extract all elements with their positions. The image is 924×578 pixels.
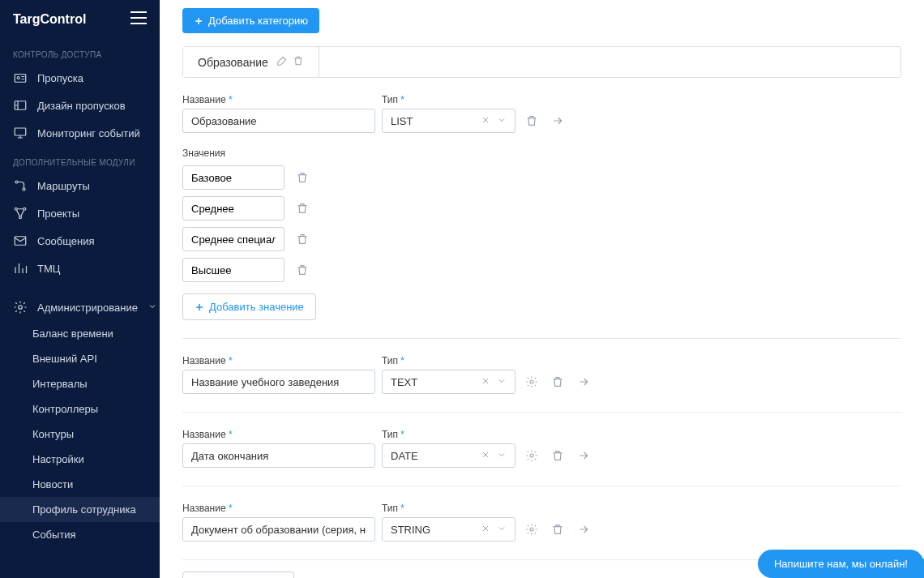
type-label: Тип *: [382, 355, 515, 366]
nav-label: Мониторинг событий: [37, 127, 140, 139]
chat-text: Напишите нам, мы онлайн!: [774, 558, 908, 570]
nav-monitoring[interactable]: Мониторинг событий: [0, 119, 160, 147]
trash-icon[interactable]: [293, 55, 304, 69]
chevron-down-icon: [148, 302, 157, 314]
monitor-icon: [13, 126, 28, 140]
logo: TargControl: [13, 12, 86, 27]
field-row: Название * Тип * TEXT: [182, 355, 901, 394]
nav-pass-design[interactable]: Дизайн пропусков: [0, 92, 160, 119]
nav-projects[interactable]: Проекты: [0, 199, 160, 227]
delete-field-button[interactable]: [548, 446, 567, 465]
svg-point-6: [15, 208, 17, 210]
divider: [182, 338, 901, 339]
design-icon: [13, 98, 28, 113]
delete-value-button[interactable]: [293, 168, 312, 187]
clear-icon[interactable]: [481, 450, 490, 462]
button-label: Добавить категорию: [208, 15, 308, 27]
edit-icon[interactable]: [276, 55, 288, 69]
type-label: Тип *: [382, 94, 515, 105]
nav-routes[interactable]: Маршруты: [0, 172, 160, 199]
nav-label: Маршруты: [37, 180, 90, 192]
delete-value-button[interactable]: [293, 199, 312, 218]
divider: [182, 486, 901, 486]
value-input[interactable]: [182, 196, 284, 220]
svg-rect-9: [15, 237, 26, 246]
add-field-button[interactable]: Добавить поле: [182, 572, 294, 578]
routes-icon: [13, 178, 28, 193]
move-field-button[interactable]: [574, 372, 593, 392]
field-name-input[interactable]: [182, 517, 375, 542]
field-type-select[interactable]: TEXT: [382, 370, 515, 394]
field-name-input[interactable]: [182, 370, 375, 394]
nav-controllers[interactable]: Контроллеры: [0, 396, 160, 422]
field-row: Название * Тип * DATE: [182, 429, 901, 468]
value-row: [182, 227, 901, 251]
add-category-button[interactable]: Добавить категорию: [182, 8, 319, 33]
settings-field-button[interactable]: [522, 446, 541, 465]
type-label: Тип *: [382, 503, 515, 514]
nav-events[interactable]: События: [0, 522, 160, 547]
nav-label: Новости: [32, 478, 73, 490]
nav-label: События: [32, 529, 76, 541]
settings-field-button[interactable]: [522, 520, 541, 539]
nav-label: Дизайн пропусков: [37, 100, 126, 112]
nav-label: Администрирование: [37, 302, 138, 314]
nav-passes[interactable]: Пропуска: [0, 64, 160, 92]
value-row: [182, 165, 901, 190]
nav-contours[interactable]: Контуры: [0, 422, 160, 447]
nav-settings[interactable]: Настройки: [0, 447, 160, 472]
svg-point-12: [530, 454, 533, 457]
chat-widget[interactable]: Напишите нам, мы онлайн!: [758, 550, 924, 578]
nav-label: Внешний API: [32, 353, 97, 365]
delete-value-button[interactable]: [293, 229, 312, 249]
clear-icon[interactable]: [481, 376, 490, 388]
id-card-icon: [13, 71, 28, 85]
nav-label: Контуры: [32, 428, 74, 440]
select-value: TEXT: [391, 376, 417, 388]
hamburger-icon[interactable]: [130, 11, 147, 28]
tab-education[interactable]: Образование: [183, 47, 319, 77]
value-input[interactable]: [182, 258, 284, 282]
sidebar: TargControl КОНТРОЛЬ ДОСТУПА Пропуска Ди…: [0, 0, 160, 578]
stats-icon: [13, 261, 28, 276]
nav-employee-profile[interactable]: Профиль сотрудника: [0, 497, 160, 522]
settings-field-button[interactable]: [522, 372, 541, 392]
nav-messages[interactable]: Сообщения: [0, 227, 160, 255]
svg-point-4: [15, 181, 18, 183]
nav-tmc[interactable]: ТМЦ: [0, 255, 160, 282]
value-input[interactable]: [182, 227, 284, 251]
delete-field-button[interactable]: [522, 111, 541, 131]
move-field-button[interactable]: [548, 111, 567, 131]
nav-admin[interactable]: Администрирование: [0, 293, 160, 321]
move-field-button[interactable]: [574, 520, 593, 539]
nav-intervals[interactable]: Интервалы: [0, 371, 160, 396]
nav-label: Сообщения: [37, 235, 95, 247]
nav-label: Пропуска: [37, 72, 83, 84]
nav-label: Баланс времени: [32, 328, 113, 340]
divider: [182, 412, 901, 413]
admin-subnav: Баланс времени Внешний API Интервалы Кон…: [0, 321, 160, 547]
move-field-button[interactable]: [574, 446, 593, 465]
nav-news[interactable]: Новости: [0, 472, 160, 497]
nav-label: Настройки: [32, 453, 84, 465]
field-type-select[interactable]: STRING: [382, 517, 515, 542]
field-name-input[interactable]: [182, 443, 375, 468]
nav-label: ТМЦ: [37, 263, 60, 275]
field-name-input[interactable]: [182, 109, 375, 133]
nav-external-api[interactable]: Внешний API: [0, 346, 160, 371]
delete-field-button[interactable]: [548, 520, 567, 539]
nav-time-balance[interactable]: Баланс времени: [0, 321, 160, 346]
gear-icon: [13, 300, 28, 315]
field-type-select[interactable]: DATE: [382, 443, 515, 468]
svg-point-10: [19, 306, 23, 310]
field-type-select[interactable]: LIST: [382, 109, 515, 133]
values-label: Значения: [182, 148, 901, 159]
svg-point-8: [19, 216, 22, 219]
delete-value-button[interactable]: [293, 260, 312, 280]
section-access-label: КОНТРОЛЬ ДОСТУПА: [0, 39, 160, 64]
delete-field-button[interactable]: [548, 372, 567, 392]
clear-icon[interactable]: [481, 524, 490, 536]
value-input[interactable]: [182, 165, 284, 190]
add-value-button[interactable]: Добавить значение: [182, 293, 316, 320]
clear-icon[interactable]: [481, 115, 490, 127]
